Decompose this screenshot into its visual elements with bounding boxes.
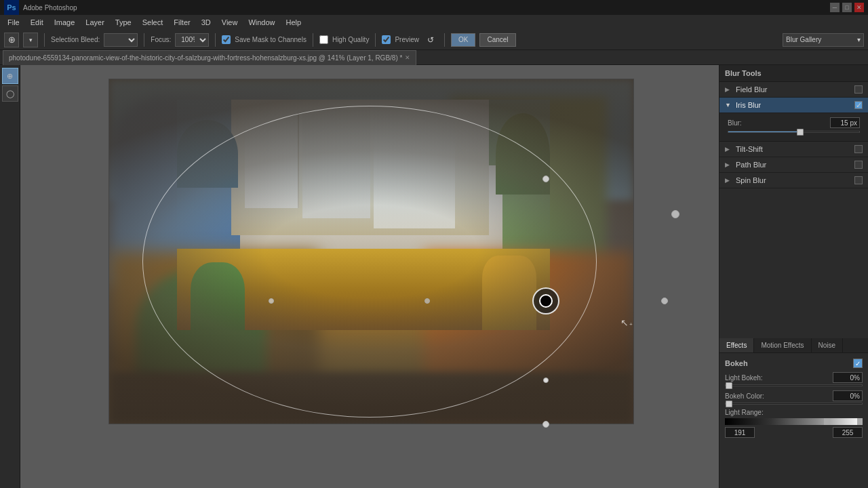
high-quality-checkbox[interactable] <box>319 35 328 44</box>
marquee-tool[interactable]: ⊕ <box>2 68 18 84</box>
handle-lower-center[interactable] <box>543 378 549 383</box>
light-range-row: Light Range: <box>725 409 863 416</box>
handle-inner-left[interactable] <box>425 298 430 304</box>
bokeh-color-value[interactable]: 0% <box>833 390 863 401</box>
field-blur-label: Field Blur <box>736 85 850 94</box>
save-mask-label: Save Mask to Channels <box>235 36 307 43</box>
bokeh-color-thumb[interactable] <box>726 401 732 407</box>
ok-button[interactable]: OK <box>451 33 475 47</box>
close-button[interactable]: ✕ <box>854 3 864 12</box>
app-logo: Ps <box>4 0 19 15</box>
blur-gallery-dropdown[interactable]: Blur Gallery ▾ <box>783 33 864 47</box>
path-blur-label: Path Blur <box>736 161 850 169</box>
spin-blur-checkbox[interactable] <box>854 176 863 184</box>
handle-top[interactable] <box>542 176 549 182</box>
effects-content: Bokeh ✓ Light Bokeh: 0% Bokeh Color: <box>719 353 868 488</box>
blur-value[interactable]: 15 px <box>830 117 860 128</box>
path-blur-arrow: ▶ <box>725 161 732 168</box>
blur-slider-thumb[interactable] <box>797 129 804 136</box>
menu-image[interactable]: Image <box>50 17 80 28</box>
effects-section: Effects Motion Effects Noise Bokeh ✓ Lig… <box>719 338 868 488</box>
bokeh-color-slider[interactable] <box>725 403 863 405</box>
tab-motion-effects[interactable]: Motion Effects <box>754 338 811 352</box>
panel-spacer <box>719 188 868 338</box>
left-tools-panel: ⊕ ◯ <box>0 65 20 488</box>
blur-slider-track[interactable] <box>728 131 860 133</box>
high-quality-label: High Quality <box>332 36 369 43</box>
iris-blur-checkbox[interactable]: ✓ <box>854 101 863 109</box>
iris-blur-controls: Blur: 15 px <box>719 113 868 142</box>
tilt-shift-item[interactable]: ▶ Tilt-Shift <box>719 142 868 157</box>
selection-bleed-label: Selection Bleed: <box>51 36 100 43</box>
handle-bottom[interactable] <box>542 421 549 428</box>
preview-label: Preview <box>395 36 419 43</box>
separator-4 <box>313 33 313 47</box>
minimize-button[interactable]: ─ <box>830 3 840 12</box>
cancel-button[interactable]: Cancel <box>479 33 515 47</box>
light-range-left-thumb[interactable] <box>824 418 829 425</box>
iris-center-handle[interactable] <box>532 287 559 314</box>
handle-inner-right[interactable] <box>661 298 668 304</box>
handle-corner[interactable] <box>671 210 679 218</box>
preview-reset-icon[interactable]: ↺ <box>423 33 438 47</box>
menu-layer[interactable]: Layer <box>81 17 109 28</box>
handle-left[interactable] <box>269 298 274 304</box>
titlebar: Ps Adobe Photoshop ─ □ ✕ <box>0 0 868 15</box>
separator-1 <box>44 33 45 47</box>
tilt-shift-label: Tilt-Shift <box>736 145 850 153</box>
separator-6 <box>444 33 445 47</box>
canvas-area[interactable]: ↖+ <box>20 65 719 488</box>
focus-label: Focus: <box>151 36 171 43</box>
tilt-shift-checkbox[interactable] <box>854 145 863 153</box>
field-blur-arrow: ▶ <box>725 86 732 93</box>
selection-bleed-select[interactable] <box>104 33 138 47</box>
save-mask-checkbox[interactable] <box>222 35 231 44</box>
bokeh-checkbox[interactable]: ✓ <box>853 359 863 368</box>
path-blur-checkbox[interactable] <box>854 161 863 169</box>
menu-3d[interactable]: 3D <box>197 17 216 28</box>
restore-button[interactable]: □ <box>842 3 852 12</box>
menu-view[interactable]: View <box>217 17 243 28</box>
right-panel: Blur Tools ▶ Field Blur ▼ Iris Blur ✓ Bl… <box>719 65 868 488</box>
iris-blur-item[interactable]: ▼ Iris Blur ✓ <box>719 98 868 113</box>
path-blur-item[interactable]: ▶ Path Blur <box>719 157 868 173</box>
menu-file[interactable]: File <box>3 17 24 28</box>
options-toolbar: ⊕ ▾ Selection Bleed: Focus: 100% Save Ma… <box>0 30 868 50</box>
separator-2 <box>144 33 144 47</box>
menu-edit[interactable]: Edit <box>26 17 48 28</box>
light-range-bar[interactable] <box>725 418 863 425</box>
field-blur-item[interactable]: ▶ Field Blur <box>719 82 868 98</box>
spin-blur-label: Spin Blur <box>736 176 850 184</box>
menu-filter[interactable]: Filter <box>169 17 195 28</box>
tab-effects[interactable]: Effects <box>719 338 754 352</box>
lasso-tool[interactable]: ◯ <box>2 85 18 102</box>
menu-window[interactable]: Window <box>243 17 279 28</box>
light-range-right-thumb[interactable] <box>857 418 863 425</box>
light-bokeh-thumb[interactable] <box>726 382 732 389</box>
light-bokeh-label: Light Bokeh: <box>725 374 833 382</box>
menu-help[interactable]: Help <box>281 17 307 28</box>
light-bokeh-value[interactable]: 0% <box>833 372 863 383</box>
light-bokeh-slider[interactable] <box>725 384 863 386</box>
tool-options-icon[interactable]: ▾ <box>23 33 38 47</box>
light-range-label: Light Range: <box>725 409 863 416</box>
field-blur-checkbox[interactable] <box>854 85 863 94</box>
blur-tools-header: Blur Tools <box>719 65 868 82</box>
menubar: File Edit Image Layer Type Select Filter… <box>0 15 868 30</box>
preview-checkbox[interactable] <box>382 35 391 44</box>
light-range-min[interactable]: 191 <box>725 427 755 438</box>
separator-5 <box>375 33 376 47</box>
iris-blur-arrow: ▼ <box>725 102 732 108</box>
separator-3 <box>215 33 216 47</box>
menu-select[interactable]: Select <box>138 17 168 28</box>
bokeh-row: Bokeh ✓ <box>725 359 863 368</box>
spin-blur-item[interactable]: ▶ Spin Blur <box>719 173 868 188</box>
focus-select[interactable]: 100% <box>175 33 209 47</box>
menu-type[interactable]: Type <box>111 17 136 28</box>
light-range-max[interactable]: 255 <box>833 427 863 438</box>
tool-select-icon[interactable]: ⊕ <box>4 33 19 47</box>
tab-close-icon[interactable]: ✕ <box>405 54 410 61</box>
document-tab[interactable]: photodune-6559134-panoramic-view-of-the-… <box>3 50 416 65</box>
tab-noise[interactable]: Noise <box>812 338 844 352</box>
tilt-shift-arrow: ▶ <box>725 146 732 152</box>
